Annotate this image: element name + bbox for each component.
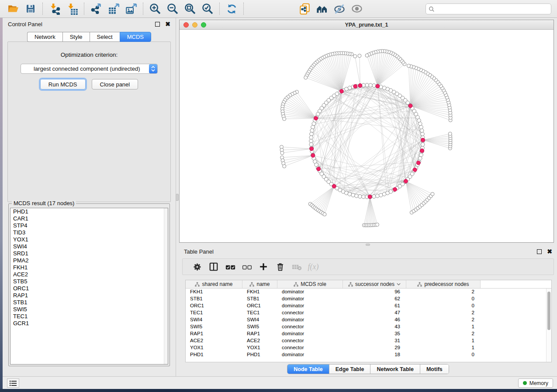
close-panel-button[interactable]: Close panel — [92, 79, 138, 89]
table-row[interactable]: SWI5SWI5connector431 — [186, 323, 546, 330]
mcds-result-item[interactable]: SWI4 — [10, 243, 168, 250]
zoom-fit-button[interactable] — [181, 1, 199, 16]
table-cell: dominator — [277, 289, 343, 296]
horizontal-splitter-handle[interactable] — [366, 244, 370, 246]
mcds-result-item[interactable]: SWI5 — [10, 306, 168, 313]
show-graphics-details-button[interactable] — [348, 1, 366, 16]
table-scrollbar[interactable] — [546, 289, 551, 362]
mcds-list-scrollbar[interactable] — [164, 208, 168, 364]
mcds-result-item[interactable]: PHD1 — [10, 208, 168, 215]
column-layout-button[interactable] — [205, 260, 222, 274]
zoom-out-button[interactable] — [164, 1, 181, 16]
main-toolbar — [0, 0, 557, 18]
control-panel-titlebar: Control Panel ✖ — [3, 18, 176, 30]
mcds-result-title: MCDS result (17 nodes) — [12, 200, 76, 206]
mcds-result-item[interactable]: STB5 — [10, 278, 168, 285]
tab-node-table[interactable]: Node Table — [287, 364, 329, 374]
table-row[interactable]: SWI4SWI4dominator462 — [186, 316, 546, 323]
search-box[interactable] — [426, 3, 551, 14]
mcds-result-item[interactable]: SRD1 — [10, 250, 168, 257]
desktop-wallpaper-bottom — [0, 389, 557, 392]
vertical-splitter-handle[interactable] — [176, 194, 179, 201]
column-header-name[interactable]: name — [242, 280, 277, 288]
tab-style[interactable]: Style — [62, 32, 90, 42]
mcds-result-item[interactable]: STP4 — [10, 222, 168, 229]
table-row[interactable]: ORC1ORC1dominator610 — [186, 303, 546, 309]
sort-descending-icon — [397, 283, 401, 285]
table-row[interactable]: STB1STB1dominator620 — [186, 296, 546, 303]
add-column-button[interactable] — [255, 260, 272, 274]
table-cell: STB1 — [186, 296, 242, 303]
gear-icon — [193, 262, 202, 272]
attribute-type-icon — [249, 282, 254, 287]
mcds-result-item[interactable]: PMA2 — [10, 257, 168, 264]
close-panel-icon[interactable]: ✖ — [165, 22, 170, 27]
import-network-button[interactable] — [46, 1, 63, 16]
tab-network-table[interactable]: Network Table — [370, 364, 420, 374]
mcds-result-item[interactable]: STB1 — [10, 299, 168, 306]
table-row[interactable]: TEC1TEC1connector472 — [186, 309, 546, 316]
zoom-in-button[interactable] — [146, 1, 164, 16]
export-image-button[interactable] — [122, 1, 140, 16]
tab-motifs[interactable]: Motifs — [420, 364, 449, 374]
mcds-result-list[interactable]: PHD1CAR1STP4TID3YOX1SWI4SRD1PMA2FKH1ACE2… — [10, 208, 168, 364]
mcds-result-item[interactable]: GCR1 — [10, 320, 168, 327]
table-cell: SWI4 — [186, 316, 242, 323]
mcds-result-item[interactable]: TEC1 — [10, 313, 168, 320]
refresh-button[interactable] — [223, 1, 240, 16]
open-file-button[interactable] — [4, 1, 22, 16]
import-table-button[interactable] — [63, 1, 81, 16]
float-table-panel-icon[interactable] — [537, 249, 542, 254]
save-button[interactable] — [22, 1, 39, 16]
task-history-button[interactable] — [7, 378, 19, 388]
mcds-result-item[interactable]: YOX1 — [10, 236, 168, 243]
select-all-rows-button[interactable] — [222, 260, 239, 274]
network-window-titlebar[interactable]: YPA_prune.txt_1 — [180, 20, 554, 30]
float-panel-icon[interactable] — [155, 22, 160, 27]
table-row[interactable]: PHD1PHD1dominator180 — [186, 351, 546, 358]
deselect-all-rows-button[interactable] — [239, 260, 255, 274]
close-table-panel-icon[interactable]: ✖ — [547, 249, 552, 254]
function-builder-button[interactable]: f(x) — [305, 260, 322, 274]
tab-network[interactable]: Network — [27, 32, 62, 42]
table-panel-titlebar: Table Panel ✖ — [179, 247, 557, 257]
open-folder-icon — [7, 3, 19, 14]
tab-edge-table[interactable]: Edge Table — [329, 364, 371, 374]
table-row[interactable]: YOX1YOX1connector291 — [186, 344, 546, 351]
column-header-shared-name[interactable]: shared name — [186, 280, 242, 288]
export-table-button[interactable] — [105, 1, 122, 16]
hide-graphics-details-button[interactable] — [331, 1, 348, 16]
table-settings-button[interactable] — [189, 260, 205, 274]
export-network-button[interactable] — [87, 1, 105, 16]
control-panel-tabs: Network Style Select MCDS — [3, 32, 176, 42]
delete-column-button[interactable] — [272, 260, 288, 274]
mcds-result-item[interactable]: ORC1 — [10, 285, 168, 292]
mcds-result-item[interactable]: RAP1 — [10, 292, 168, 299]
column-header-predecessor-nodes[interactable]: predecessor nodes — [406, 280, 481, 288]
table-scrollbar-thumb[interactable] — [547, 292, 550, 330]
column-header-successor-nodes[interactable]: successor nodes — [343, 280, 406, 288]
tab-select[interactable]: Select — [90, 32, 120, 42]
network-canvas[interactable] — [180, 30, 554, 242]
memory-button[interactable]: Memory — [518, 378, 553, 388]
column-header-MCDS-role[interactable]: MCDS role — [277, 280, 343, 288]
table-row[interactable]: FKH1FKH1dominator962 — [186, 289, 546, 296]
search-icon — [429, 6, 435, 12]
optimization-criterion-select[interactable]: largest connected component (undirected) — [21, 64, 158, 74]
attribute-type-icon — [348, 282, 353, 287]
table-row[interactable]: ACE2ACE2connector311 — [186, 337, 546, 344]
mcds-result-item[interactable]: TID3 — [10, 229, 168, 236]
delete-table-button[interactable] — [288, 260, 305, 274]
mcds-result-item[interactable]: ACE2 — [10, 271, 168, 278]
table-row[interactable]: RAP1RAP1dominator352 — [186, 330, 546, 337]
mcds-result-item[interactable]: CAR1 — [10, 215, 168, 222]
run-mcds-button[interactable]: Run MCDS — [40, 79, 86, 89]
network-document-button[interactable] — [296, 1, 313, 16]
search-input[interactable] — [436, 6, 548, 13]
table-cell: TEC1 — [242, 309, 277, 316]
toolbar-separator — [143, 3, 143, 15]
tab-mcds[interactable]: MCDS — [120, 32, 151, 42]
mcds-result-item[interactable]: FKH1 — [10, 264, 168, 271]
houses-button[interactable] — [313, 1, 331, 16]
zoom-selected-button[interactable] — [199, 1, 216, 16]
